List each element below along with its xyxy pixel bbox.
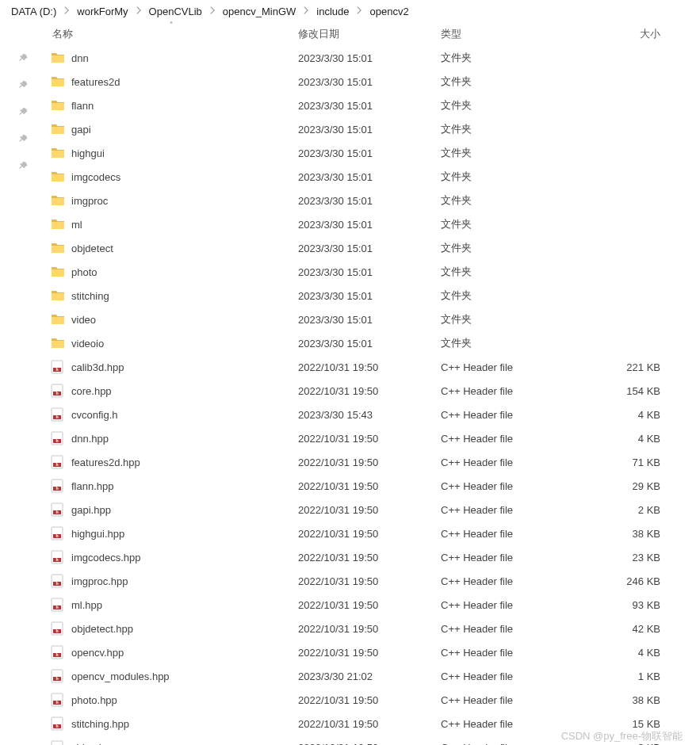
table-row[interactable]: features2d2023/3/30 15:01文件夹 (44, 70, 700, 94)
file-name: video.hpp (71, 742, 116, 746)
table-row[interactable]: stitching.hpp2022/10/31 19:50C++ Header … (44, 712, 700, 735)
file-modified: 2023/3/30 15:01 (298, 46, 441, 70)
file-size: 93 KB (583, 593, 700, 617)
table-row[interactable]: highgui.hpp2022/10/31 19:50C++ Header fi… (44, 522, 700, 545)
file-name: cvconfig.h (71, 409, 118, 421)
file-size: 71 KB (583, 450, 700, 474)
file-size (583, 189, 700, 212)
table-row[interactable]: flann2023/3/30 15:01文件夹 (44, 94, 700, 117)
file-size (583, 117, 700, 141)
pin-icon[interactable] (14, 159, 30, 174)
file-type: 文件夹 (441, 46, 583, 70)
file-name: imgproc.hpp (71, 575, 128, 587)
table-row[interactable]: ml2023/3/30 15:01文件夹 (44, 212, 700, 236)
header-file-icon (51, 407, 65, 422)
file-type: 文件夹 (441, 236, 583, 260)
header-file-icon (51, 645, 65, 659)
file-type: 文件夹 (441, 308, 583, 331)
file-name: imgproc (71, 195, 108, 207)
breadcrumb-segment[interactable]: opencv_MinGW (220, 4, 299, 19)
chevron-right-icon (63, 5, 71, 18)
table-row[interactable]: imgcodecs.hpp2022/10/31 19:50C++ Header … (44, 545, 700, 569)
chevron-right-icon (135, 5, 143, 18)
folder-icon (51, 217, 65, 231)
table-row[interactable]: objdetect.hpp2022/10/31 19:50C++ Header … (44, 617, 700, 640)
file-modified: 2023/3/30 15:01 (298, 117, 441, 141)
file-size (583, 236, 700, 260)
table-row[interactable]: highgui2023/3/30 15:01文件夹 (44, 141, 700, 165)
table-header-row: ˄名称 修改日期 类型 大小 (44, 22, 700, 46)
table-row[interactable]: dnn2023/3/30 15:01文件夹 (44, 46, 700, 70)
pin-icon[interactable] (14, 132, 30, 147)
file-type: C++ Header file (441, 712, 583, 735)
file-modified: 2023/3/30 15:01 (298, 308, 441, 331)
file-modified: 2022/10/31 19:50 (298, 474, 441, 498)
table-row[interactable]: calib3d.hpp2022/10/31 19:50C++ Header fi… (44, 355, 700, 379)
breadcrumb-segment[interactable]: OpenCVLib (146, 4, 205, 19)
file-modified: 2023/3/30 15:01 (298, 212, 441, 236)
table-row[interactable]: gapi2023/3/30 15:01文件夹 (44, 117, 700, 141)
table-row[interactable]: features2d.hpp2022/10/31 19:50C++ Header… (44, 450, 700, 474)
file-name: calib3d.hpp (71, 361, 124, 373)
file-name: dnn (71, 52, 89, 64)
breadcrumb-segment[interactable]: include (313, 4, 352, 19)
file-modified: 2022/10/31 19:50 (298, 498, 441, 522)
table-row[interactable]: core.hpp2022/10/31 19:50C++ Header file1… (44, 379, 700, 403)
file-modified: 2023/3/30 15:01 (298, 141, 441, 165)
file-name: gapi (71, 124, 91, 136)
folder-icon (51, 312, 65, 327)
file-size: 38 KB (583, 688, 700, 712)
table-row[interactable]: imgproc.hpp2022/10/31 19:50C++ Header fi… (44, 569, 700, 593)
table-row[interactable]: videoio2023/3/30 15:01文件夹 (44, 331, 700, 355)
file-modified: 2023/3/30 15:01 (298, 331, 441, 355)
table-row[interactable]: gapi.hpp2022/10/31 19:50C++ Header file2… (44, 498, 700, 522)
header-file-icon (51, 621, 65, 636)
breadcrumb-segment[interactable]: workForMy (74, 4, 131, 19)
file-modified: 2022/10/31 19:50 (298, 426, 441, 450)
file-name: videoio (71, 338, 104, 350)
pin-icon[interactable] (14, 105, 30, 120)
file-size (583, 212, 700, 236)
file-modified: 2022/10/31 19:50 (298, 379, 441, 403)
table-row[interactable]: objdetect2023/3/30 15:01文件夹 (44, 236, 700, 260)
pin-icon[interactable] (14, 78, 30, 94)
table-row[interactable]: photo.hpp2022/10/31 19:50C++ Header file… (44, 688, 700, 712)
col-modified-header[interactable]: 修改日期 (298, 22, 441, 46)
col-size-header[interactable]: 大小 (583, 22, 700, 46)
table-row[interactable]: ml.hpp2022/10/31 19:50C++ Header file93 … (44, 593, 700, 617)
breadcrumb[interactable]: DATA (D:)workForMyOpenCVLibopencv_MinGWi… (0, 0, 700, 22)
file-size (583, 260, 700, 284)
file-size (583, 141, 700, 165)
table-row[interactable]: cvconfig.h2023/3/30 15:43C++ Header file… (44, 403, 700, 426)
table-row[interactable]: imgproc2023/3/30 15:01文件夹 (44, 189, 700, 212)
file-type: C++ Header file (441, 498, 583, 522)
table-row[interactable]: opencv_modules.hpp2023/3/30 21:02C++ Hea… (44, 664, 700, 688)
file-type: C++ Header file (441, 355, 583, 379)
col-name-header[interactable]: ˄名称 (44, 22, 298, 46)
header-file-icon (51, 669, 65, 683)
file-type: 文件夹 (441, 331, 583, 355)
table-row[interactable]: dnn.hpp2022/10/31 19:50C++ Header file4 … (44, 426, 700, 450)
file-type: 文件夹 (441, 70, 583, 94)
file-name: imgcodecs (71, 171, 120, 183)
col-type-header[interactable]: 类型 (441, 22, 583, 46)
file-modified: 2022/10/31 19:50 (298, 355, 441, 379)
file-modified: 2022/10/31 19:50 (298, 593, 441, 617)
breadcrumb-segment[interactable]: opencv2 (366, 4, 411, 19)
file-modified: 2023/3/30 15:01 (298, 260, 441, 284)
file-name: photo (71, 266, 98, 278)
table-row[interactable]: flann.hpp2022/10/31 19:50C++ Header file… (44, 474, 700, 498)
folder-icon (51, 336, 65, 350)
table-row[interactable]: photo2023/3/30 15:01文件夹 (44, 260, 700, 284)
file-type: C++ Header file (441, 640, 583, 664)
file-name: stitching (71, 290, 109, 302)
table-row[interactable]: video.hpp2022/10/31 19:50C++ Header file… (44, 735, 700, 745)
table-row[interactable]: video2023/3/30 15:01文件夹 (44, 308, 700, 331)
file-size (583, 94, 700, 117)
breadcrumb-segment[interactable]: DATA (D:) (8, 4, 59, 19)
table-row[interactable]: imgcodecs2023/3/30 15:01文件夹 (44, 165, 700, 189)
table-row[interactable]: stitching2023/3/30 15:01文件夹 (44, 284, 700, 308)
file-size: 42 KB (583, 617, 700, 640)
pin-icon[interactable] (14, 51, 30, 67)
table-row[interactable]: opencv.hpp2022/10/31 19:50C++ Header fil… (44, 640, 700, 664)
